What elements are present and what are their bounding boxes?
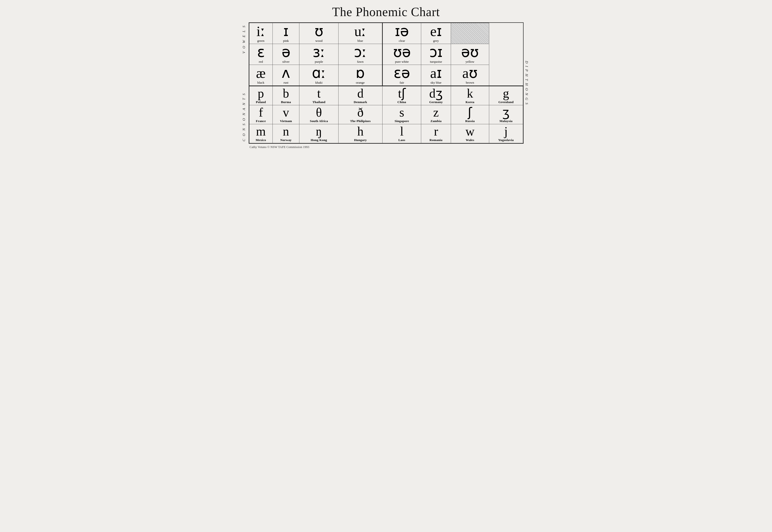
cell-zh: ʒ Malaysia [489, 105, 523, 124]
cell-ou: əʊ yellow [451, 44, 489, 65]
symbol-oi: ɔɪ [422, 45, 450, 59]
cell-epsilon: ɛ red [249, 44, 272, 65]
symbol-ea: ɛə [383, 66, 420, 80]
label-yellow: yellow [451, 60, 488, 64]
symbol-ez: ɜː [300, 45, 338, 59]
symbol-sh: ʃ [451, 106, 488, 119]
label-korea: Korea [451, 100, 488, 104]
symbol-f: f [250, 106, 272, 119]
label-wales: Wales [451, 138, 488, 142]
cell-ei: eɪ grey [421, 23, 451, 44]
symbol-k: k [451, 87, 488, 100]
label-purple: purple [300, 60, 338, 64]
vowel-row-1: iː green ɪ pink ʊ wood uː blue ɪə clea [249, 23, 523, 44]
label-mexico: Mexico [250, 138, 272, 142]
consonant-row-2: f France v Vietnam θ South Africa ð The … [249, 105, 523, 124]
label-malaysia: Malaysia [490, 119, 522, 123]
label-vietnam: Vietnam [273, 119, 299, 123]
label-greenland: Greenland [490, 100, 522, 104]
symbol-ua: ʊə [383, 45, 420, 59]
cell-f: f France [249, 105, 272, 124]
cell-eth: ð The Philipines [338, 105, 382, 124]
symbol-eth: ð [339, 106, 382, 119]
cell-t: t Thailand [299, 86, 338, 105]
label-skyblue: sky blue [422, 81, 450, 85]
symbol-j: j [490, 125, 522, 138]
label-hungary: Hungary [339, 138, 382, 142]
label-grey: grey [422, 39, 450, 43]
symbol-h: h [339, 125, 382, 138]
label-poland: Poland [250, 100, 272, 104]
vowel-row-2: ɛ red ə silver ɜː purple ɔː fawn ʊə pu [249, 44, 523, 65]
cell-schwa: ə silver [272, 44, 299, 65]
cell-wedge: ʌ rust [272, 65, 299, 86]
symbol-r: r [422, 125, 450, 138]
symbol-ei: eɪ [422, 24, 450, 38]
label-russia: Russia [451, 119, 488, 123]
cell-shaded [451, 23, 489, 44]
label-germany: Germany [422, 100, 450, 104]
label-red: red [250, 60, 272, 64]
cell-az: ɑː khaki [299, 65, 338, 86]
symbol-oz: ɔː [339, 45, 382, 59]
label-pink: pink [273, 39, 299, 43]
symbol-v: v [273, 106, 299, 119]
cell-m: m Mexico [249, 124, 272, 143]
symbol-ai: aɪ [422, 66, 450, 80]
label-france: France [250, 119, 272, 123]
symbol-tsh: tʃ [383, 87, 420, 100]
label-turquoise: turquoise [422, 60, 450, 64]
cell-upsilon: ʊ wood [299, 23, 338, 44]
symbol-w: w [451, 125, 488, 138]
cell-ez: ɜː purple [299, 44, 338, 65]
label-green: green [250, 39, 272, 43]
vowel-row-3: æ black ʌ rust ɑː khaki ɒ orange ɛə fa [249, 65, 523, 86]
symbol-ia: ɪə [383, 24, 420, 38]
label-fawn: fawn [339, 60, 382, 64]
label-black: black [250, 81, 272, 85]
cell-oz: ɔː fawn [338, 44, 382, 65]
consonant-row-3: m Mexico n Norway ŋ Hong Kong h Hungary … [249, 124, 523, 143]
cell-h: h Hungary [338, 124, 382, 143]
label-rust: rust [273, 81, 299, 85]
symbol-ii: iː [250, 24, 272, 38]
label-orange: orange [339, 81, 382, 85]
cell-n: n Norway [272, 124, 299, 143]
symbol-t: t [300, 87, 338, 100]
label-brown: brown [451, 81, 488, 85]
cell-l: l Laos [382, 124, 421, 143]
cell-i: ɪ pink [272, 23, 299, 44]
label-romania: Romania [422, 138, 450, 142]
symbol-az: ɑː [300, 66, 338, 80]
cell-tsh: tʃ China [382, 86, 421, 105]
phonemic-chart-table: iː green ɪ pink ʊ wood uː blue ɪə clea [249, 22, 524, 144]
symbol-i: ɪ [273, 24, 299, 38]
right-side-label: D I P H T H O N G S [524, 22, 530, 144]
symbol-wedge: ʌ [273, 66, 299, 80]
cell-w: w Wales [451, 124, 489, 143]
consonants-label: C O N S O N A N T S [242, 93, 246, 141]
page-title: The Phonemic Chart [332, 5, 440, 19]
label-singapore: Singapore [383, 119, 420, 123]
footer-text: Cathy Votano © NSW TAFE Commission 1993 [242, 145, 530, 149]
cell-k: k Korea [451, 86, 489, 105]
cell-au: aʊ brown [451, 65, 489, 86]
label-hongkong: Hong Kong [300, 138, 338, 142]
cell-dzh: dʒ Germany [421, 86, 451, 105]
label-zambia: Zambia [422, 119, 450, 123]
cell-uu: uː blue [338, 23, 382, 44]
cell-ea: ɛə fair [382, 65, 421, 86]
symbol-z: z [422, 106, 450, 119]
cell-g: g Greenland [489, 86, 523, 105]
symbol-ae: æ [250, 66, 272, 80]
symbol-theta: θ [300, 106, 338, 119]
cell-open-o: ɒ orange [338, 65, 382, 86]
label-philipines: The Philipines [339, 119, 382, 123]
cell-ii: iː green [249, 23, 272, 44]
cell-eng: ŋ Hong Kong [299, 124, 338, 143]
label-southafrica: South Africa [300, 119, 338, 123]
symbol-epsilon: ɛ [250, 45, 272, 59]
symbol-au: aʊ [451, 66, 488, 80]
symbol-uu: uː [339, 24, 382, 38]
cell-s: s Singapore [382, 105, 421, 124]
